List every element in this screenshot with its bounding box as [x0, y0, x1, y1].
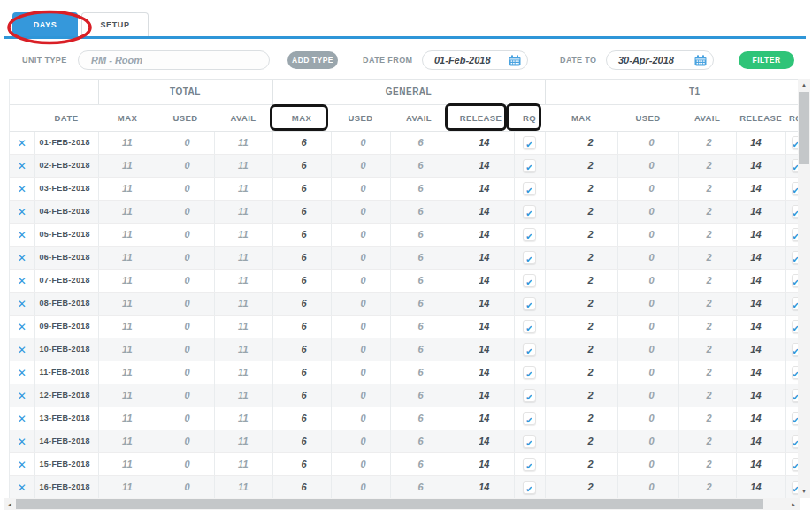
cell[interactable]: ✕: [10, 315, 34, 338]
general-avail-cell: 6: [390, 246, 448, 269]
general-avail-cell: 6: [390, 430, 448, 452]
date-cell: 04-FEB-2018: [34, 200, 98, 223]
cell[interactable]: ✕: [10, 246, 34, 269]
cell[interactable]: ✕: [10, 131, 34, 154]
cell[interactable]: ✕: [10, 430, 34, 452]
rq-checkbox[interactable]: ✔: [523, 320, 536, 333]
date-cell: 15-FEB-2018: [34, 452, 98, 475]
general-max-cell: 6: [272, 154, 331, 177]
rq-checkbox[interactable]: ✔: [523, 297, 536, 310]
delete-row-icon[interactable]: ✕: [18, 183, 27, 195]
scroll-up-icon[interactable]: ▲: [798, 79, 810, 91]
filter-button[interactable]: FILTER: [739, 51, 794, 69]
t1-max-cell: 2: [545, 200, 617, 223]
delete-row-icon[interactable]: ✕: [18, 344, 27, 356]
group-total: TOTAL: [98, 80, 272, 104]
group-general: GENERAL: [272, 80, 545, 104]
delete-row-icon[interactable]: ✕: [18, 367, 27, 379]
rq-checkbox[interactable]: ✔: [523, 366, 536, 379]
cell[interactable]: ✕: [10, 200, 34, 223]
scroll-left-icon[interactable]: ◄: [4, 498, 15, 510]
rq-checkbox[interactable]: ✔: [523, 205, 536, 218]
tab-days[interactable]: DAYS: [12, 12, 78, 36]
date-from-input[interactable]: 01-Feb-2018: [422, 50, 528, 70]
delete-row-icon[interactable]: ✕: [18, 160, 27, 172]
rq-checkbox[interactable]: ✔: [523, 481, 536, 494]
cell[interactable]: ✕: [10, 361, 34, 384]
scroll-down-icon[interactable]: ▼: [798, 485, 810, 498]
rq-checkbox[interactable]: ✔: [523, 458, 536, 471]
t1-used-cell: 0: [617, 154, 678, 177]
rq-checkbox[interactable]: ✔: [523, 343, 536, 356]
cell[interactable]: ✕: [10, 292, 34, 315]
rq-checkbox[interactable]: ✔: [523, 228, 536, 241]
rq-checkbox[interactable]: ✔: [523, 159, 536, 172]
total-avail-cell: 11: [214, 131, 272, 154]
rq-checkbox[interactable]: ✔: [523, 412, 536, 425]
col-general-rq: RQ: [514, 104, 545, 131]
cell[interactable]: ✕: [10, 475, 34, 498]
cell[interactable]: ✕: [10, 177, 34, 200]
rq-checkbox[interactable]: ✔: [523, 389, 536, 402]
horizontal-scroll-thumb[interactable]: [16, 499, 763, 509]
delete-row-icon[interactable]: ✕: [18, 482, 27, 494]
cell[interactable]: ✕: [10, 452, 34, 475]
calendar-icon[interactable]: [694, 55, 707, 66]
delete-row-icon[interactable]: ✕: [18, 321, 27, 333]
date-to-value: 30-Apr-2018: [607, 55, 694, 65]
date-to-input[interactable]: 30-Apr-2018: [606, 50, 714, 70]
t1-avail-cell: 2: [678, 315, 736, 338]
delete-row-icon[interactable]: ✕: [18, 252, 27, 264]
rq-checkbox[interactable]: ✔: [523, 251, 536, 264]
table-row: ✕13-FEB-20181101160614✔20214✔: [10, 407, 801, 430]
delete-row-icon[interactable]: ✕: [18, 298, 27, 310]
delete-row-icon[interactable]: ✕: [18, 436, 27, 448]
horizontal-scrollbar[interactable]: ◄ ►: [4, 498, 800, 510]
table-row: ✕10-FEB-20181101160614✔20214✔: [10, 338, 801, 361]
rq-checkbox[interactable]: ✔: [523, 435, 536, 448]
delete-row-icon[interactable]: ✕: [18, 137, 27, 149]
cell[interactable]: ✕: [10, 338, 34, 361]
general-release-cell: 14: [448, 338, 514, 361]
rq-checkbox[interactable]: ✔: [523, 136, 536, 149]
general-max-cell: 6: [272, 292, 331, 315]
general-avail-cell: 6: [390, 384, 448, 407]
unit-type-input[interactable]: RM - Room: [78, 50, 270, 70]
total-avail-cell: 11: [214, 269, 272, 292]
general-release-cell: 14: [448, 200, 514, 223]
general-used-cell: 0: [331, 200, 390, 223]
total-used-cell: 0: [157, 338, 214, 361]
add-type-button[interactable]: ADD TYPE: [287, 51, 338, 69]
t1-max-cell: 2: [545, 223, 617, 246]
delete-row-icon[interactable]: ✕: [18, 275, 27, 287]
table-row: ✕02-FEB-20181101160614✔20214✔: [10, 154, 801, 177]
delete-row-icon[interactable]: ✕: [18, 390, 27, 402]
rq-checkbox[interactable]: ✔: [523, 182, 536, 195]
t1-release-cell: 14: [736, 154, 785, 177]
general-rq-cell: ✔: [514, 269, 545, 292]
total-used-cell: 0: [157, 131, 214, 154]
general-max-cell: 6: [272, 315, 331, 338]
cell[interactable]: ✕: [10, 407, 34, 430]
col-t1-release: RELEASE: [736, 104, 785, 131]
cell[interactable]: ✕: [10, 384, 34, 407]
tab-setup[interactable]: SETUP: [81, 12, 149, 36]
table-body: ✕01-FEB-20181101160614✔20214✔✕02-FEB-201…: [10, 131, 801, 498]
delete-row-icon[interactable]: ✕: [18, 229, 27, 241]
cell[interactable]: ✕: [10, 223, 34, 246]
vertical-scroll-thumb[interactable]: [799, 92, 809, 164]
column-header-row: DATE MAX USED AVAIL MAX USED AVAIL RELEA…: [10, 104, 801, 131]
general-used-cell: 0: [331, 154, 390, 177]
scroll-right-icon[interactable]: ►: [788, 498, 799, 510]
cell[interactable]: ✕: [10, 269, 34, 292]
cell[interactable]: ✕: [10, 154, 34, 177]
delete-row-icon[interactable]: ✕: [18, 206, 27, 218]
table-row: ✕11-FEB-20181101160614✔20214✔: [10, 361, 801, 384]
t1-release-cell: 14: [736, 338, 785, 361]
date-to-label: DATE TO: [560, 56, 596, 65]
calendar-icon[interactable]: [509, 55, 521, 66]
vertical-scrollbar[interactable]: ▲ ▼: [798, 79, 810, 498]
rq-checkbox[interactable]: ✔: [523, 274, 536, 287]
delete-row-icon[interactable]: ✕: [18, 459, 27, 471]
delete-row-icon[interactable]: ✕: [18, 413, 27, 425]
